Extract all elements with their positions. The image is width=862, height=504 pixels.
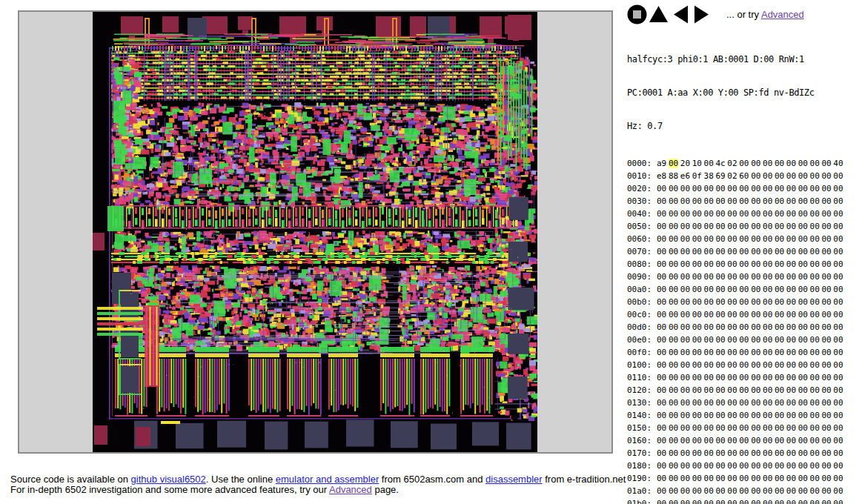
memory-row-01b0: 01b0:00000000000000000000000000000000: [627, 497, 857, 504]
memory-byte: 00: [727, 474, 739, 483]
memory-byte: 00: [704, 247, 716, 256]
memory-byte: 00: [821, 461, 833, 471]
memory-byte: 00: [669, 247, 680, 256]
memory-byte: 00: [680, 436, 692, 445]
memory-row-0010: 0010:e888e60f386902600000000000000000: [627, 170, 857, 182]
memory-byte: 00: [775, 310, 786, 319]
memory-byte: 00: [739, 259, 751, 269]
memory-byte: 00: [751, 196, 763, 206]
memory-byte: 00: [810, 222, 822, 231]
memory-byte: 00: [798, 423, 810, 433]
memory-byte: 00: [692, 184, 704, 193]
memory-byte: 00: [669, 360, 680, 370]
memory-byte: 00: [680, 285, 692, 294]
memory-byte: 00: [692, 348, 704, 357]
stop-button[interactable]: [627, 4, 647, 24]
memory-byte: 00: [798, 461, 810, 471]
memory-byte: 40: [833, 159, 845, 168]
memory-byte: 00: [810, 335, 822, 345]
memory-byte: 00: [704, 499, 716, 504]
memory-byte: 00: [786, 360, 798, 370]
memory-byte: 00: [657, 373, 669, 382]
memory-byte: 00: [751, 448, 763, 458]
memory-byte: 00: [833, 474, 845, 483]
memory-byte: 00: [727, 322, 739, 332]
memory-byte: 00: [763, 222, 775, 231]
chip-die-view[interactable]: [18, 10, 613, 454]
memory-byte: 00: [704, 297, 716, 307]
memory-row-0170: 0170:00000000000000000000000000000000: [627, 447, 857, 460]
memory-byte: 00: [786, 348, 798, 357]
memory-byte: 00: [798, 499, 810, 504]
memory-byte: 00: [786, 285, 798, 294]
memory-byte: 00: [763, 360, 775, 370]
memory-byte: 00: [833, 234, 845, 244]
memory-byte: 00: [798, 184, 810, 193]
memory-byte: 00: [715, 297, 727, 307]
memory-byte: 00: [669, 222, 680, 231]
memory-byte: 00: [715, 474, 727, 483]
run-button[interactable]: [649, 4, 669, 24]
memory-byte: 00: [798, 322, 810, 332]
memory-byte: 00: [798, 171, 810, 181]
memory-byte: 00: [810, 272, 822, 282]
footer-link-github-visual6502[interactable]: github visual6502: [131, 474, 206, 485]
memory-byte: 00: [763, 272, 775, 282]
footer-link-advanced[interactable]: Advanced: [329, 484, 372, 495]
memory-byte: 00: [680, 322, 692, 332]
memory-address: 0130:: [627, 398, 657, 408]
memory-byte: 00: [739, 322, 751, 332]
memory-byte: 00: [680, 272, 692, 282]
memory-byte: 00: [751, 272, 763, 282]
memory-byte: 00: [680, 423, 692, 433]
memory-byte: 00: [715, 209, 727, 219]
memory-address: 0000:: [627, 159, 657, 168]
memory-byte: 00: [798, 348, 810, 357]
memory-byte: 00: [727, 360, 739, 370]
memory-byte: 00: [810, 285, 822, 294]
memory-byte: 00: [739, 486, 751, 496]
memory-byte: 00: [669, 322, 680, 332]
footer-link-emulator-and-assembler[interactable]: emulator and assembler: [276, 474, 379, 485]
memory-byte: 00: [810, 398, 822, 408]
memory-address: 0180:: [627, 461, 657, 471]
memory-byte: 00: [727, 499, 739, 504]
memory-byte: 00: [739, 247, 751, 256]
memory-byte: 00: [763, 335, 775, 345]
memory-byte: 00: [798, 297, 810, 307]
memory-byte: 00: [833, 285, 845, 294]
advanced-link[interactable]: Advanced: [761, 9, 804, 20]
memory-byte: 00: [786, 159, 798, 168]
memory-byte: 00: [810, 499, 822, 504]
memory-byte: 00: [704, 196, 716, 206]
memory-byte: 00: [821, 209, 833, 219]
memory-byte: 00: [657, 209, 669, 219]
memory-byte: 00: [669, 436, 680, 445]
memory-byte: 00: [786, 259, 798, 269]
chip-canvas[interactable]: [93, 12, 537, 452]
footer-link-disassembler[interactable]: disassembler: [485, 474, 543, 485]
memory-byte: 00: [833, 222, 845, 231]
memory-byte: 00: [657, 411, 669, 420]
memory-byte: 00: [763, 373, 775, 382]
memory-byte: 00: [692, 259, 704, 269]
memory-byte: 00: [751, 234, 763, 244]
memory-byte: 00: [763, 322, 775, 332]
memory-byte: 00: [798, 272, 810, 282]
memory-byte: 00: [821, 486, 833, 496]
memory-byte: 00: [751, 322, 763, 332]
memory-byte: 00: [751, 385, 763, 395]
step-forward-button[interactable]: [692, 4, 712, 24]
memory-byte: 00: [786, 184, 798, 193]
memory-byte: 00: [680, 360, 692, 370]
memory-byte: 00: [669, 297, 680, 307]
step-back-button[interactable]: [670, 4, 690, 24]
memory-byte: 88: [669, 171, 680, 181]
memory-byte: 00: [692, 272, 704, 282]
memory-address: 0150:: [627, 423, 657, 433]
memory-byte: 00: [669, 486, 680, 496]
memory-byte: 00: [833, 247, 845, 256]
footer-text: . Use the online: [206, 474, 276, 485]
memory-byte: 00: [680, 222, 692, 231]
memory-byte: 00: [657, 322, 669, 332]
